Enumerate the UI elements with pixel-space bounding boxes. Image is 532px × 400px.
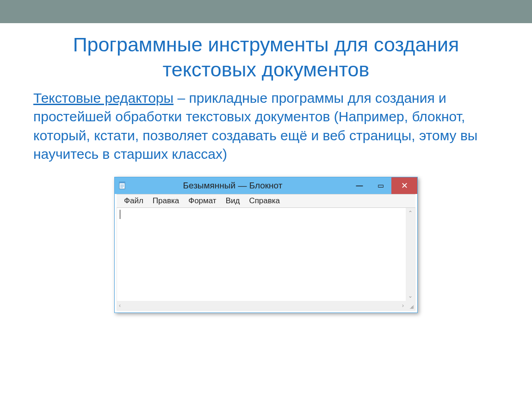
scroll-right-icon: › [402, 302, 404, 309]
scroll-down-icon: ⌄ [408, 293, 413, 299]
maximize-button[interactable]: ▭ [370, 177, 391, 194]
menu-file[interactable]: Файл [119, 195, 148, 206]
resize-grip[interactable] [406, 301, 415, 310]
window-title: Безымянный — Блокнот [117, 181, 349, 191]
window-controls: — ▭ ✕ [349, 177, 417, 194]
defined-term: Текстовые редакторы [33, 90, 173, 106]
menu-view[interactable]: Вид [221, 195, 245, 206]
menu-help[interactable]: Справка [244, 195, 285, 206]
slide-title: Программные инструменты для создания тек… [33, 32, 499, 82]
text-cursor [120, 210, 120, 219]
close-button[interactable]: ✕ [391, 177, 417, 194]
slide-top-band [0, 0, 532, 23]
slide-body: Текстовые редакторы – прикладные програм… [33, 89, 499, 164]
notepad-window: Безымянный — Блокнот — ▭ ✕ Файл Правка Ф… [114, 177, 418, 313]
minimize-button[interactable]: — [349, 177, 370, 194]
vertical-scrollbar[interactable]: ⌃ ⌄ [406, 208, 415, 301]
slide-content: Программные инструменты для создания тек… [0, 23, 532, 313]
titlebar[interactable]: Безымянный — Блокнот — ▭ ✕ [115, 177, 417, 194]
scroll-left-icon: ‹ [119, 302, 121, 309]
editor-area: ⌃ ⌄ ‹ › [117, 208, 415, 311]
horizontal-scrollbar[interactable]: ‹ › [117, 301, 406, 310]
menu-edit[interactable]: Правка [148, 195, 184, 206]
text-input[interactable] [117, 208, 406, 301]
scroll-up-icon: ⌃ [408, 210, 413, 216]
menubar: Файл Правка Формат Вид Справка [117, 194, 415, 208]
menu-format[interactable]: Формат [184, 195, 221, 206]
